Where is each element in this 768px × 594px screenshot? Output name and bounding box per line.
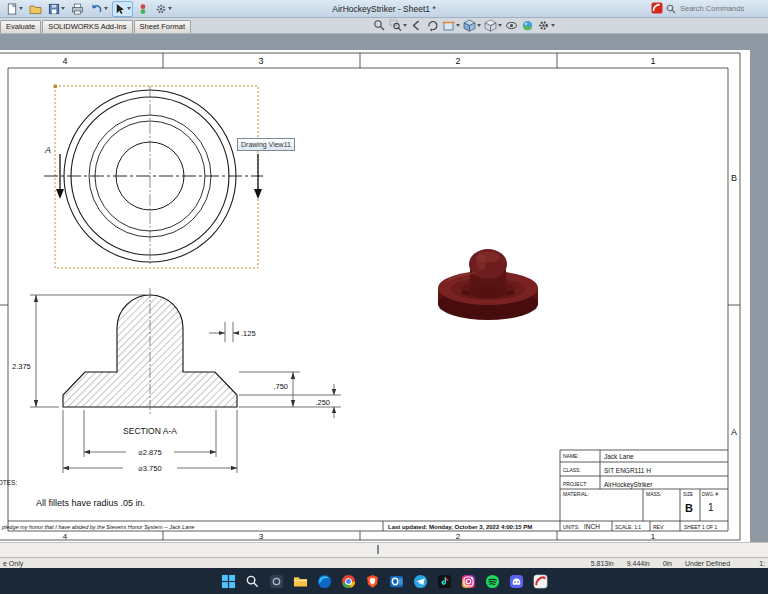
tb-name-label: NAME: xyxy=(563,453,579,459)
chevron-down-icon xyxy=(403,24,407,27)
window-title: AirHockeyStriker - Sheet1 * xyxy=(332,4,435,14)
drawing-view-section[interactable] xyxy=(63,288,237,415)
status-x-coordinate: 5.813in xyxy=(591,560,614,567)
selection-handle[interactable] xyxy=(54,85,58,89)
tb-project-label: PROJECT: xyxy=(563,481,587,487)
sheet-canvas: 4 3 2 1 4 3 2 1 B A xyxy=(0,50,750,543)
zone-col-label: 2 xyxy=(455,56,460,66)
tab-evaluate[interactable]: Evaluate xyxy=(0,20,41,33)
taskbar-chrome-icon[interactable] xyxy=(339,572,358,591)
rotate-view-icon[interactable] xyxy=(426,19,439,32)
chevron-down-icon xyxy=(168,7,172,10)
chevron-down-icon xyxy=(127,7,131,10)
model-3d-view[interactable] xyxy=(438,249,538,320)
taskbar-settings-icon[interactable] xyxy=(267,572,286,591)
previous-view-icon[interactable] xyxy=(410,19,423,32)
search-icon xyxy=(666,4,676,14)
options-icon[interactable] xyxy=(153,1,174,17)
status-left-text: e Only xyxy=(3,560,23,567)
drawing-view-tooltip: Drawing View11 xyxy=(237,138,295,151)
tb-material-label: MATERIAL: xyxy=(563,491,589,497)
tb-dwg-label: DWG. # xyxy=(702,492,718,497)
search-commands xyxy=(666,3,764,14)
zoom-to-fit-icon[interactable] xyxy=(373,19,386,32)
graphics-area[interactable]: 4 3 2 1 4 3 2 1 B A xyxy=(0,33,768,557)
dimension-dia-outer[interactable]: ⌀3.750 xyxy=(63,410,237,473)
status-definition-state: Under Defined xyxy=(685,560,730,567)
rebuild-icon[interactable] xyxy=(135,1,151,17)
tb-class-value[interactable]: SIT ENGR111 H xyxy=(604,467,651,474)
select-tool-icon[interactable] xyxy=(112,1,133,17)
tab-sheet-format[interactable]: Sheet Format xyxy=(134,20,191,33)
drawing-sheet[interactable]: 4 3 2 1 4 3 2 1 B A xyxy=(0,50,750,543)
print-icon[interactable] xyxy=(69,1,86,17)
undo-icon[interactable] xyxy=(88,1,110,17)
taskbar-telegram-icon[interactable] xyxy=(411,572,430,591)
notes-body[interactable]: All fillets have radius .05 in. xyxy=(36,498,145,508)
taskbar-instagram-icon[interactable] xyxy=(459,572,478,591)
windows-taskbar xyxy=(0,568,768,594)
chevron-down-icon xyxy=(61,7,65,10)
chevron-down-icon xyxy=(477,24,481,27)
dimension-hub-height[interactable]: .750 xyxy=(239,372,300,407)
notes-heading: NOTES: xyxy=(0,479,17,486)
last-updated-text: Last updated: Monday, October 3, 2022 4:… xyxy=(388,524,532,530)
selection-box[interactable] xyxy=(55,86,258,268)
zone-col-label: 3 xyxy=(258,56,263,66)
taskbar-brave-icon[interactable] xyxy=(363,572,382,591)
svg-text:.250: .250 xyxy=(315,398,330,407)
svg-text:⌀3.750: ⌀3.750 xyxy=(138,464,161,473)
section-cut-line[interactable]: A xyxy=(44,145,263,199)
title-bar: AirHockeyStriker - Sheet1 * xyxy=(0,0,768,18)
zone-col-label: 2 xyxy=(456,532,461,541)
svg-text:⌀2.875: ⌀2.875 xyxy=(138,448,161,457)
section-arrow xyxy=(254,189,262,199)
zone-row-label: B xyxy=(731,173,737,183)
tb-name-value[interactable]: Jack Lane xyxy=(604,453,634,460)
new-document-icon[interactable] xyxy=(4,1,25,17)
open-icon[interactable] xyxy=(27,1,44,17)
honor-pledge-text: pledge my honor that I have abided by th… xyxy=(1,524,194,530)
tb-units-label: UNITS: xyxy=(563,524,579,530)
tab-solidworks-add-ins[interactable]: SOLIDWORKS Add-Ins xyxy=(42,20,132,33)
chevron-down-icon xyxy=(498,24,502,27)
tb-project-value[interactable]: AirHockeyStriker xyxy=(604,481,653,489)
svg-text:.125: .125 xyxy=(241,329,256,338)
dimension-base-height[interactable]: .250 xyxy=(239,384,341,418)
edit-appearance-icon[interactable] xyxy=(521,19,534,32)
taskbar-discord-icon[interactable] xyxy=(507,572,526,591)
svg-text:.750: .750 xyxy=(273,382,288,391)
tb-units-value: INCH xyxy=(584,523,600,530)
status-y-coordinate: 9.444in xyxy=(627,560,650,567)
zone-col-label: 1 xyxy=(651,532,656,541)
chevron-down-icon xyxy=(104,7,108,10)
svg-text:2.375: 2.375 xyxy=(12,362,31,371)
dimension-flange-thickness[interactable]: .125 xyxy=(209,322,256,342)
zone-col-label: 4 xyxy=(63,532,68,541)
section-arrow-label: A xyxy=(44,145,51,155)
taskbar-solidworks-icon[interactable] xyxy=(531,572,550,591)
section-view-icon[interactable] xyxy=(442,19,460,32)
view-settings-icon[interactable] xyxy=(537,19,555,32)
taskbar-file-explorer-icon[interactable] xyxy=(291,572,310,591)
display-style-icon[interactable] xyxy=(484,19,502,32)
zone-col-label: 1 xyxy=(650,56,655,66)
taskbar-start-icon[interactable] xyxy=(219,572,238,591)
tb-size-label: SIZE xyxy=(683,492,693,497)
view-orientation-icon[interactable] xyxy=(463,19,481,32)
chevron-down-icon xyxy=(19,7,23,10)
solidworks-resources-icon[interactable] xyxy=(651,0,663,18)
taskbar-spotify-icon[interactable] xyxy=(483,572,502,591)
tb-mass-label: MASS: xyxy=(646,491,662,497)
taskbar-edge-icon[interactable] xyxy=(315,572,334,591)
scrollbar-thumb[interactable] xyxy=(377,545,379,554)
save-icon[interactable] xyxy=(46,1,67,17)
zoom-to-area-icon[interactable] xyxy=(389,19,407,32)
taskbar-tiktok-icon[interactable] xyxy=(435,572,454,591)
hide-show-items-icon[interactable] xyxy=(505,19,518,32)
taskbar-outlook-icon[interactable] xyxy=(387,572,406,591)
horizontal-scrollbar[interactable] xyxy=(0,542,768,557)
search-commands-input[interactable] xyxy=(678,3,764,14)
section-arrow xyxy=(56,189,64,199)
taskbar-search-icon[interactable] xyxy=(243,572,262,591)
